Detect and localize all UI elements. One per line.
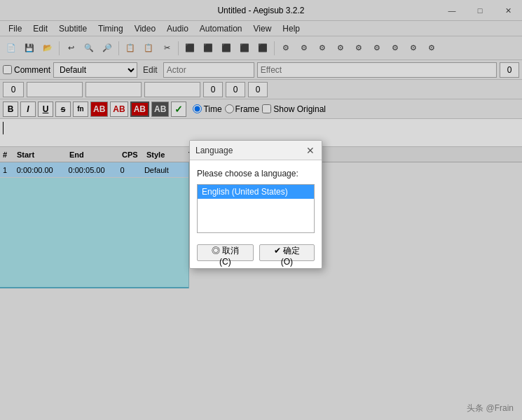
ok-button[interactable]: ✔ 确定(O) (259, 244, 315, 261)
dialog-body: Please choose a language: English (Unite… (190, 160, 322, 239)
dialog-close-button[interactable]: ✕ (305, 146, 316, 155)
dialog-prompt: Please choose a language: (197, 169, 315, 178)
language-dialog: Language ✕ Please choose a language: Eng… (189, 140, 322, 269)
lang-item-english[interactable]: English (United States) (198, 185, 314, 199)
language-listbox[interactable]: English (United States) (197, 184, 315, 233)
dialog-buttons: ◎ 取消(C) ✔ 确定(O) (190, 239, 322, 268)
dialog-title: Language (195, 146, 233, 155)
dialog-titlebar: Language ✕ (190, 141, 322, 160)
lang-item-empty (198, 199, 314, 214)
dialog-overlay: Language ✕ Please choose a language: Eng… (0, 0, 522, 420)
cancel-button[interactable]: ◎ 取消(C) (197, 244, 254, 261)
